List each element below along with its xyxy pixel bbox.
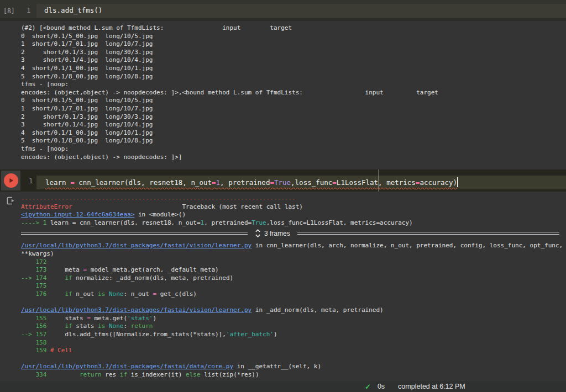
check-icon: ✓ [365, 383, 371, 391]
code-token: dls.add_tfms([Normalize.from_stats(*stat… [50, 331, 226, 338]
code-token: --> 157 [21, 331, 50, 338]
code-token: : [123, 322, 130, 330]
code-token: if [120, 371, 127, 378]
code-token [50, 322, 65, 330]
line-number: 1 [27, 6, 31, 14]
current-line-highlight [36, 4, 566, 18]
code-token: res [102, 371, 120, 378]
current-line: learn = cnn_learner(dls, resnet18, n_out… [36, 176, 566, 189]
code-token: ,loss_func [291, 178, 332, 187]
code-token: ) [153, 315, 156, 322]
code-token: is [98, 322, 105, 330]
code-token: L1LossFlat, metrics [337, 178, 416, 187]
code-token: get_c(dls) [156, 290, 197, 298]
code-token: --> 174 [21, 274, 50, 282]
code-token: 175 [21, 282, 50, 289]
code-token: 173 [21, 266, 50, 273]
play-icon [8, 177, 14, 184]
code-token: True [251, 219, 266, 226]
code-token: ----------------------------------------… [21, 195, 296, 202]
frames-expander[interactable]: 3 frames [21, 229, 566, 237]
code-token: model_meta.get(arch, _default_meta) [87, 266, 218, 273]
code-token: learn = cnn_learner(dls, resnet18, n_out… [50, 219, 201, 226]
colab-notebook: [8] 1 dls.add_tfms() (#2) [<bound method… [0, 0, 566, 392]
traceback-frames: /usr/local/lib/python3.7/dist-packages/f… [21, 242, 566, 379]
code-token: ----> 1 [21, 219, 50, 226]
code-token: 1 [216, 178, 221, 187]
code-token: = [87, 315, 91, 322]
code-cell-1: [8] 1 dls.add_tfms() [0, 0, 566, 21]
code-token: cnn_learner(dls, resnet18, n_out [75, 178, 212, 187]
code-token: = [332, 178, 337, 187]
file-link[interactable]: <ipython-input-12-64fc6a634eaa> [21, 211, 134, 218]
line-number: 1 [29, 177, 33, 185]
code-token [50, 371, 80, 378]
code-token: 334 [21, 371, 50, 378]
code-token: ) [274, 331, 277, 338]
code-token: normalize: _add_norm(dls, meta, pretrain… [72, 274, 233, 282]
file-link[interactable]: /usr/local/lib/python3.7/dist-packages/f… [21, 306, 251, 314]
play-circle-icon [4, 173, 18, 188]
code-token: is_indexer(it) [127, 371, 186, 378]
code-token: True [274, 178, 291, 187]
code-token: list(zip(*res)) [201, 371, 259, 378]
code-token: 172 [21, 258, 50, 266]
code-token [105, 290, 109, 298]
code-token: stats [72, 322, 98, 330]
code-token: in __getattr__(self, k) [233, 363, 321, 370]
divider-line [21, 232, 248, 235]
code-token: is [98, 290, 105, 298]
code-token: accuracy) [420, 178, 457, 187]
code-token: 176 [21, 290, 50, 298]
code-token: if [65, 274, 72, 282]
execution-count: [8] [3, 7, 15, 15]
cell-output-icon [6, 196, 15, 208]
code-token: return [80, 371, 102, 378]
code-token: in _add_norm(dls, meta, pretrained) [251, 306, 383, 314]
code-token [50, 274, 65, 282]
code-editor-line[interactable]: dls.add_tfms() [44, 6, 102, 14]
code-token [50, 290, 65, 298]
frames-count-label: 3 frames [264, 230, 290, 237]
code-token: , pretrained= [204, 219, 251, 226]
code-token: # Cell [50, 347, 72, 354]
code-token: if [65, 322, 72, 330]
code-token: : n_out [123, 290, 153, 298]
code-token: 156 [21, 322, 50, 330]
file-link[interactable]: /usr/local/lib/python3.7/dist-packages/f… [21, 363, 233, 370]
cell-status-bar: ✓ 0s completed at 6:12 PM [0, 381, 566, 392]
code-cell-2: 1 learn = cnn_learner(dls, resnet18, n_o… [0, 169, 566, 192]
code-token: n_out [72, 290, 98, 298]
cell-1-output: (#2) [<bound method L.sum of TfmdLists: … [0, 21, 566, 169]
traceback-head: ----------------------------------------… [21, 195, 566, 227]
output-text: (#2) [<bound method L.sum of TfmdLists: … [21, 24, 566, 161]
code-token: if [65, 290, 72, 298]
code-token: in <module>() [134, 211, 186, 218]
code-token: 'stats' [127, 315, 153, 322]
code-editor-line[interactable]: learn = cnn_learner(dls, resnet18, n_out… [45, 177, 458, 187]
code-token: 159 [21, 347, 50, 354]
code-token: 158 [21, 339, 50, 346]
code-token: = [70, 178, 75, 187]
code-token: learn [45, 178, 70, 187]
code-token: meta.get( [91, 315, 127, 322]
code-token: = [270, 178, 274, 187]
cell-2-output: ----------------------------------------… [0, 192, 566, 381]
unfold-more-icon [255, 229, 261, 237]
file-link[interactable]: /usr/local/lib/python3.7/dist-packages/f… [21, 242, 251, 249]
code-token [105, 322, 109, 330]
divider-line [297, 232, 559, 235]
code-token: None [109, 322, 124, 330]
run-button[interactable] [1, 171, 20, 190]
text-cursor [457, 177, 458, 187]
code-token: = [212, 178, 216, 187]
code-token: Traceback (most recent call last) [72, 203, 303, 210]
code-token: stats [50, 315, 87, 322]
code-token: return [131, 322, 153, 330]
completion-time: completed at 6:12 PM [398, 383, 465, 390]
code-token: 155 [21, 315, 50, 322]
code-token: else [186, 371, 201, 378]
traceback: ----------------------------------------… [21, 192, 566, 379]
code-token: 'after_batch' [226, 331, 274, 338]
code-token: , pretrained [220, 178, 270, 187]
